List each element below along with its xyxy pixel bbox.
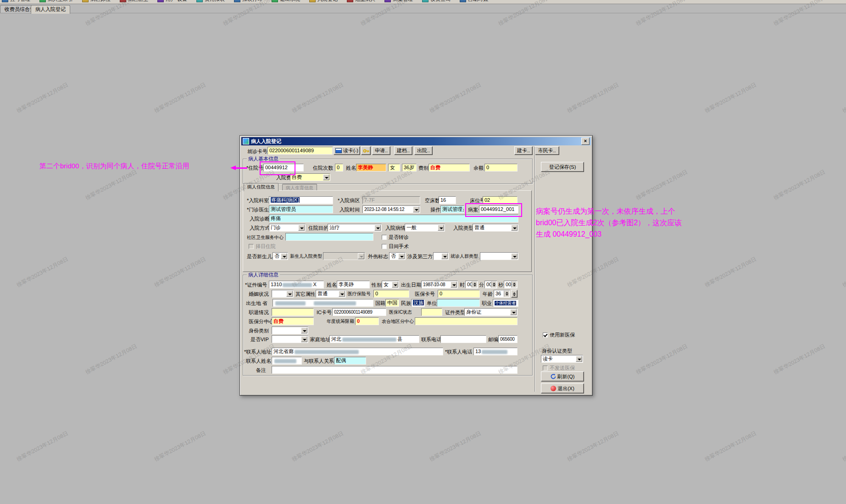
toolbar-item[interactable]: 病人主索引 (39, 0, 73, 3)
gender-field[interactable]: 女 (388, 164, 400, 172)
spinner-up-down-icon[interactable] (491, 282, 496, 288)
chevron-down-icon[interactable] (441, 253, 448, 259)
chevron-down-icon[interactable] (576, 356, 582, 362)
doctor-input[interactable]: 测试管理员 (269, 205, 333, 213)
minute-spinner[interactable]: 00 (484, 281, 497, 288)
dialog-titlebar[interactable]: 病人入院登记 × (241, 137, 591, 145)
read-card-button[interactable]: 读卡(-) (334, 146, 360, 155)
close-button[interactable]: × (581, 138, 590, 145)
toolbar-item[interactable]: 病区医生 (120, 0, 148, 3)
detail-gender-select[interactable]: 女 (382, 281, 399, 288)
marital-select[interactable] (272, 290, 294, 298)
contact-relation-field[interactable]: 配偶 (334, 357, 366, 365)
home-address-input[interactable]: 河北县 (329, 335, 419, 343)
chevron-down-icon[interactable] (286, 291, 293, 297)
day-surgery-checkbox[interactable]: 日间手术 (382, 243, 409, 250)
auth-type-select[interactable]: 读卡 (541, 355, 583, 363)
cert-no-input[interactable]: 1310X (269, 281, 324, 288)
diagnosis-input[interactable]: 疼痛 (269, 215, 518, 222)
tab-admission-registration[interactable]: 病人入院登记 (31, 5, 70, 14)
tab-inpatient-info[interactable]: 病人住院信息 (244, 183, 278, 191)
toolbar-item[interactable]: 自助对账 (460, 0, 488, 3)
contact-phone2-input[interactable] (440, 335, 486, 343)
chevron-down-icon[interactable] (413, 206, 419, 212)
operator-field[interactable]: 测试管理员 (440, 205, 464, 213)
spinner-up-down-icon[interactable] (504, 291, 509, 297)
name-field[interactable]: 李美静 (356, 164, 386, 172)
rural-center-field[interactable] (415, 317, 518, 325)
detail-name-input[interactable]: 李美静 (337, 281, 370, 288)
chevron-down-icon[interactable] (511, 225, 518, 231)
balance-field[interactable]: 0 (484, 164, 518, 172)
chevron-down-icon[interactable] (438, 225, 444, 231)
toolbar-item[interactable]: 危重病人 (347, 0, 375, 3)
admission-mode-select[interactable]: 门诊 (269, 224, 306, 232)
age-spin-button[interactable] (511, 290, 518, 298)
toolbar-item[interactable]: 报表打印 (234, 0, 262, 3)
checkbox-icon[interactable] (382, 235, 387, 240)
insurance-center-field[interactable]: 自费 (272, 317, 314, 325)
toolbar-item[interactable]: 收费查询 (422, 0, 451, 3)
spinner-up-down-icon[interactable] (511, 282, 517, 288)
toolbar-item[interactable]: 病案管理 (384, 0, 413, 3)
contact-phone-input[interactable]: 13 (473, 348, 518, 355)
admission-times-field[interactable]: 0 (335, 164, 343, 172)
save-button[interactable]: 登记保存(S) (541, 162, 584, 172)
zip-input[interactable]: 065600 (498, 335, 518, 343)
purpose-select[interactable]: 治疗 (328, 224, 382, 232)
refresh-button[interactable]: 刷新(Q) (541, 371, 584, 382)
chevron-down-icon[interactable] (301, 327, 307, 333)
chevron-down-icon[interactable] (451, 282, 457, 288)
case-no-input[interactable]: 00449912_001 (479, 205, 518, 213)
fee-type-field[interactable]: 自费 (429, 164, 470, 172)
checkbox-icon[interactable] (382, 244, 387, 249)
chevron-down-icon[interactable] (339, 291, 345, 297)
ethnicity-field[interactable]: 汉族 (411, 299, 425, 307)
exit-button[interactable]: 退出(X) (541, 383, 584, 393)
admission-fee-select[interactable]: 自费 (290, 173, 330, 181)
chevron-down-icon[interactable] (510, 309, 517, 315)
vip-select[interactable] (272, 335, 308, 343)
other-attr-select[interactable]: 普通 (316, 290, 346, 298)
bed-no-field[interactable]: 02 (483, 196, 518, 204)
citizen-card-button[interactable]: 市民卡.. (534, 146, 559, 155)
toolbar-item[interactable]: 入院登记 (309, 0, 338, 3)
chevron-down-icon[interactable] (323, 174, 329, 180)
chevron-down-icon[interactable] (374, 225, 381, 231)
nationality-field[interactable]: 中国 (385, 299, 399, 307)
insurance-ic-status-field[interactable] (421, 308, 442, 316)
inpatient-no-input[interactable]: 00449912 (263, 164, 304, 172)
trauma-select[interactable]: 否 (389, 252, 406, 260)
chevron-down-icon[interactable] (398, 253, 405, 259)
age-spinner[interactable]: 36 (494, 290, 510, 298)
age-field[interactable]: 36岁 (402, 164, 417, 172)
dept-input[interactable]: 疼痛科[病区] (269, 196, 333, 204)
insurance-no-input[interactable]: 0 (373, 290, 409, 298)
employment-input[interactable] (272, 308, 314, 316)
community-input[interactable] (285, 233, 373, 241)
chevron-down-icon[interactable] (301, 336, 307, 342)
birthplace-input[interactable] (273, 299, 373, 307)
remark-input[interactable] (272, 366, 518, 374)
cert-type-select[interactable]: 身份证 (464, 308, 518, 316)
crowd-type-select[interactable] (480, 252, 518, 260)
toolbar-item[interactable]: 病区床位 (82, 0, 111, 3)
scheduled-admission-checkbox[interactable]: 择日住院 (249, 243, 276, 250)
empty-beds-field[interactable]: 16 (439, 196, 456, 204)
unit-input[interactable] (437, 299, 480, 307)
occupation-field[interactable]: 个体经营者 (493, 299, 518, 307)
spinner-up-down-icon[interactable] (472, 282, 477, 288)
newborn-select[interactable]: 否 (273, 252, 288, 260)
birth-date-select[interactable]: 1987-10-08 (421, 281, 458, 288)
toolbar-item[interactable]: 用户 设置 (157, 0, 187, 3)
chevron-down-icon[interactable] (298, 225, 305, 231)
admission-type-select[interactable]: 普通 (473, 224, 518, 232)
condition-select[interactable]: 一般 (405, 224, 445, 232)
second-spinner[interactable]: 00 (504, 281, 518, 288)
toolbar-item[interactable]: 费用报表 (196, 0, 225, 3)
contact-address-input[interactable]: 河北省廊 (272, 348, 443, 355)
ic-card-input[interactable]: 0220006001149089 (332, 308, 386, 316)
toolbar-item[interactable]: 退出系统 (272, 0, 300, 3)
identity-class-select[interactable] (272, 327, 308, 334)
insurance-card-input[interactable]: 0 (438, 290, 480, 298)
